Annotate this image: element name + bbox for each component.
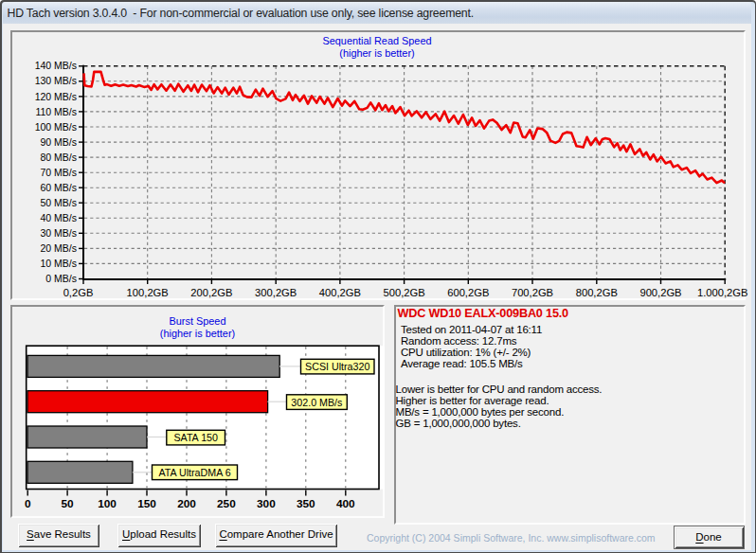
svg-text:900,2GB: 900,2GB: [639, 287, 681, 298]
svg-text:600,2GB: 600,2GB: [447, 287, 489, 298]
svg-text:350: 350: [297, 497, 315, 510]
svg-text:1.000,2GB: 1.000,2GB: [697, 287, 748, 298]
svg-text:800,2GB: 800,2GB: [576, 287, 618, 298]
svg-text:300: 300: [257, 497, 276, 510]
svg-text:70 MB/s: 70 MB/s: [40, 167, 77, 178]
svg-text:(higher is better): (higher is better): [160, 328, 235, 339]
svg-text:30 MB/s: 30 MB/s: [40, 227, 77, 239]
svg-text:20 MB/s: 20 MB/s: [40, 242, 77, 254]
svg-text:SCSI Ultra320: SCSI Ultra320: [305, 361, 369, 372]
svg-text:100: 100: [98, 497, 117, 510]
svg-text:100 MB/s: 100 MB/s: [35, 121, 77, 133]
svg-text:0,2GB: 0,2GB: [63, 287, 94, 298]
svg-text:ATA UltraDMA 6: ATA UltraDMA 6: [158, 467, 230, 478]
svg-text:0 MB/s: 0 MB/s: [45, 273, 77, 284]
svg-text:150: 150: [137, 497, 156, 510]
svg-text:300,2GB: 300,2GB: [255, 287, 297, 298]
svg-text:50 MB/s: 50 MB/s: [40, 197, 77, 208]
svg-text:400: 400: [336, 497, 355, 510]
svg-text:120 MB/s: 120 MB/s: [35, 91, 77, 102]
svg-text:140 MB/s: 140 MB/s: [35, 60, 77, 71]
svg-text:0: 0: [25, 497, 31, 510]
svg-text:40 MB/s: 40 MB/s: [40, 212, 77, 223]
svg-text:Burst Speed: Burst Speed: [170, 315, 226, 327]
svg-text:SATA 150: SATA 150: [173, 432, 218, 443]
svg-text:(higher is better): (higher is better): [339, 47, 414, 59]
svg-text:302.0 MB/s: 302.0 MB/s: [291, 397, 342, 408]
svg-text:400,2GB: 400,2GB: [319, 287, 361, 298]
svg-text:250: 250: [217, 497, 236, 510]
svg-text:50: 50: [62, 497, 75, 510]
svg-text:130 MB/s: 130 MB/s: [35, 75, 77, 86]
svg-text:100,2GB: 100,2GB: [127, 287, 169, 298]
svg-text:200: 200: [177, 497, 196, 510]
svg-text:110 MB/s: 110 MB/s: [35, 106, 77, 117]
svg-text:200,2GB: 200,2GB: [190, 287, 232, 298]
svg-text:60 MB/s: 60 MB/s: [40, 182, 77, 193]
svg-text:500,2GB: 500,2GB: [384, 287, 425, 298]
svg-text:10 MB/s: 10 MB/s: [40, 258, 77, 269]
svg-text:90 MB/s: 90 MB/s: [40, 136, 77, 148]
svg-text:80 MB/s: 80 MB/s: [40, 152, 77, 163]
svg-text:Sequential Read Speed: Sequential Read Speed: [322, 35, 431, 46]
svg-text:700,2GB: 700,2GB: [512, 287, 553, 298]
